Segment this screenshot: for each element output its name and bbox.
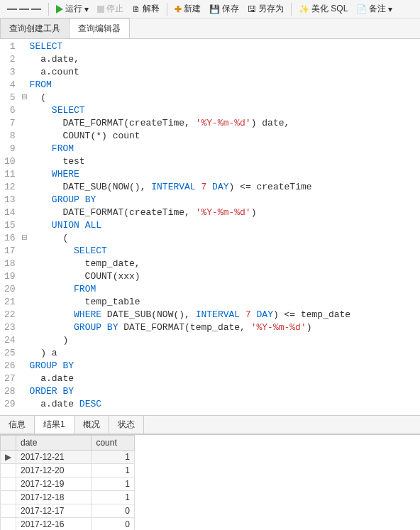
saveas-button[interactable]: 🖫另存为 <box>245 1 287 16</box>
new-button[interactable]: ✚新建 <box>172 1 204 16</box>
tab-info[interactable]: 信息 <box>0 416 35 434</box>
dropdown-icon: ▾ <box>84 4 89 14</box>
run-button[interactable]: 运行▾ <box>53 1 92 16</box>
cell-date[interactable]: 2017-12-20 <box>16 464 92 477</box>
save-button[interactable]: 💾保存 <box>206 1 242 16</box>
cell-count[interactable]: 1 <box>92 451 135 464</box>
table-row[interactable]: ▶2017-12-211 <box>1 451 135 464</box>
row-pointer: ▶ <box>1 451 16 464</box>
cell-date[interactable]: 2017-12-18 <box>16 491 92 504</box>
stop-label: 停止 <box>106 3 123 15</box>
table-row[interactable]: 2017-12-181 <box>1 491 135 504</box>
cell-count[interactable]: 0 <box>92 518 135 531</box>
editor-tabs: 查询创建工具 查询编辑器 <box>0 18 420 39</box>
stop-button[interactable]: 停止 <box>94 1 126 16</box>
result-tabs: 信息 结果1 概况 状态 <box>0 415 420 434</box>
cell-date[interactable]: 2017-12-17 <box>16 504 92 518</box>
cell-date[interactable]: 2017-12-19 <box>16 477 92 491</box>
wand-icon: ✨ <box>299 4 309 14</box>
fold-gutter: ⊟⊟ <box>20 40 30 411</box>
table-row[interactable]: 2017-12-201 <box>1 464 135 477</box>
code-area[interactable]: SELECT a.date, a.countFROM ( SELECT DATE… <box>30 40 351 411</box>
table-row[interactable]: 2017-12-191 <box>1 477 135 491</box>
row-pointer <box>1 491 16 504</box>
row-pointer <box>1 477 16 491</box>
saveas-icon: 🖫 <box>248 4 256 14</box>
save-icon: 💾 <box>209 4 220 14</box>
note-label: 备注 <box>369 3 386 15</box>
tab-query-builder[interactable]: 查询创建工具 <box>0 18 70 38</box>
row-pointer <box>1 504 16 518</box>
beautify-label: 美化 SQL <box>311 3 348 15</box>
line-gutter: 1234567891011121314151617181920212223242… <box>0 40 20 411</box>
dropdown-icon: ▾ <box>388 4 392 14</box>
col-date[interactable]: date <box>16 436 92 451</box>
stop-icon <box>97 6 104 13</box>
cell-count[interactable]: 0 <box>92 504 135 518</box>
separator <box>291 3 292 16</box>
explain-label: 解释 <box>143 3 160 15</box>
saveas-label: 另存为 <box>258 3 284 15</box>
tab-profile[interactable]: 概况 <box>74 416 109 434</box>
row-pointer-header <box>1 436 16 451</box>
toolbar: 运行▾ 停止 🗎解释 ✚新建 💾保存 🖫另存为 ✨美化 SQL 📄备注▾ <box>0 0 420 18</box>
row-pointer <box>1 464 16 477</box>
tab-result1[interactable]: 结果1 <box>35 416 74 434</box>
table-row[interactable]: 2017-12-170 <box>1 504 135 518</box>
tab-query-editor[interactable]: 查询编辑器 <box>69 18 130 38</box>
menu-icon[interactable] <box>4 6 44 13</box>
row-pointer <box>1 518 16 531</box>
run-label: 运行 <box>65 3 82 15</box>
note-button[interactable]: 📄备注▾ <box>353 1 395 16</box>
new-label: 新建 <box>184 3 201 15</box>
cell-date[interactable]: 2017-12-16 <box>16 518 92 531</box>
result-grid[interactable]: date count ▶2017-12-2112017-12-2012017-1… <box>0 434 420 530</box>
explain-icon: 🗎 <box>132 4 140 14</box>
new-icon: ✚ <box>175 4 182 14</box>
separator <box>167 3 167 16</box>
tab-status[interactable]: 状态 <box>109 416 144 434</box>
explain-button[interactable]: 🗎解释 <box>129 1 162 16</box>
cell-count[interactable]: 1 <box>92 464 135 477</box>
cell-count[interactable]: 1 <box>92 477 135 491</box>
cell-count[interactable]: 1 <box>92 491 135 504</box>
sql-editor[interactable]: 1234567891011121314151617181920212223242… <box>0 39 420 415</box>
separator <box>48 3 49 16</box>
save-label: 保存 <box>222 3 239 15</box>
col-count[interactable]: count <box>92 436 135 451</box>
table-row[interactable]: 2017-12-160 <box>1 518 135 531</box>
cell-date[interactable]: 2017-12-21 <box>16 451 92 464</box>
note-icon: 📄 <box>356 4 367 14</box>
beautify-button[interactable]: ✨美化 SQL <box>296 1 350 16</box>
play-icon <box>56 5 63 13</box>
